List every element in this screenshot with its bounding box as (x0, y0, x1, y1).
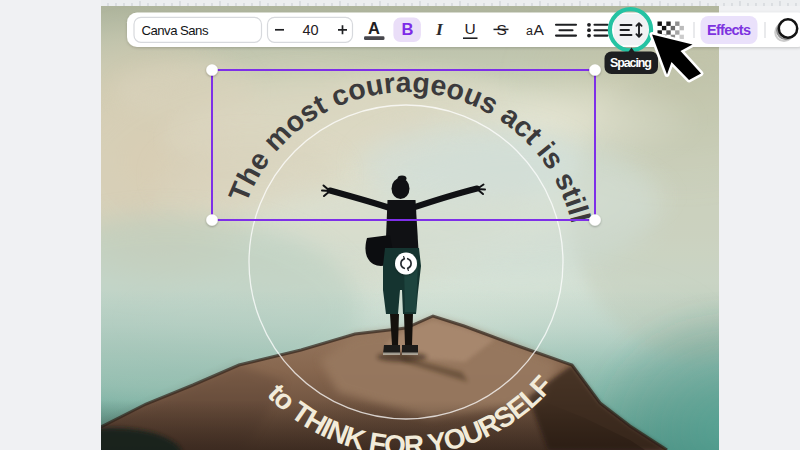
svg-text:U: U (465, 20, 476, 37)
svg-text:I: I (435, 19, 444, 39)
svg-text:Spacing: Spacing (610, 56, 652, 70)
svg-text:a: a (526, 24, 533, 38)
svg-text:40: 40 (303, 22, 319, 38)
svg-text:A: A (534, 21, 545, 38)
svg-text:A: A (368, 19, 380, 37)
svg-text:B: B (402, 20, 414, 38)
svg-text:Canva Sans: Canva Sans (142, 23, 209, 38)
svg-text:Effects: Effects (707, 22, 751, 38)
